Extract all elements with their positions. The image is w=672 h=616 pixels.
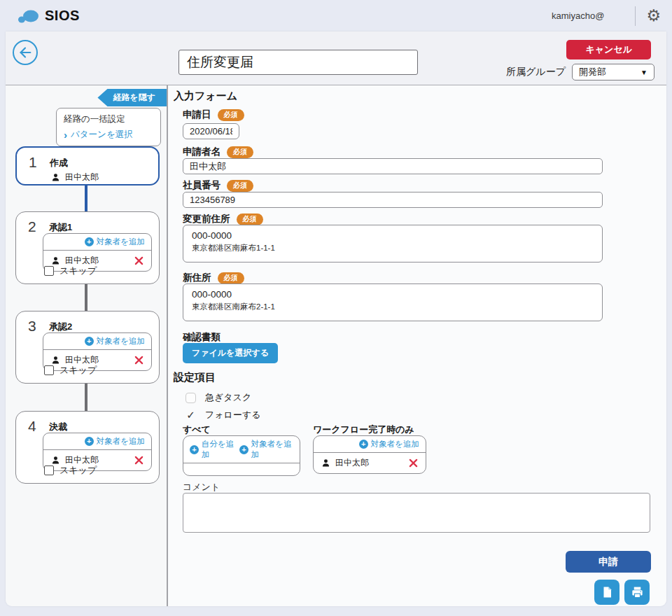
chevron-right-icon: › xyxy=(64,130,67,140)
follow-checkbox-checked[interactable]: ✓ xyxy=(186,409,196,421)
old-address-input[interactable]: 000-0000 東京都港区南麻布1-1-1 xyxy=(183,225,603,262)
follow-label: フォローする xyxy=(205,409,261,421)
step-label: 決裁 xyxy=(49,421,67,433)
sios-logo: SIOS xyxy=(18,8,80,24)
date-field-label-row: 申請日 必須 xyxy=(183,108,244,121)
employee-no-field-label: 社員番号 xyxy=(183,179,220,192)
top-bar: SIOS kamiyacho@ ⚙ xyxy=(0,0,672,31)
add-target-link[interactable]: + 対象者を追加 xyxy=(85,436,145,447)
documents-field-label: 確認書類 xyxy=(183,331,220,344)
group-select[interactable]: 開発部 ▼ xyxy=(572,64,654,80)
skip-checkbox[interactable] xyxy=(44,266,54,276)
comment-textarea[interactable] xyxy=(183,493,650,533)
required-badge: 必須 xyxy=(218,272,244,284)
new-address-text: 東京都港区南麻布2-1-1 xyxy=(192,302,594,312)
step-member: 田中太郎 xyxy=(51,172,99,183)
person-icon xyxy=(51,173,60,182)
gear-icon[interactable]: ⚙ xyxy=(646,8,661,24)
plus-circle-icon: + xyxy=(85,237,94,246)
comment-label: コメント xyxy=(183,481,220,493)
employee-no-field-label-row: 社員番号 必須 xyxy=(183,179,253,192)
route-step-2[interactable]: 2 承認1 + 対象者を追加 田中太郎 xyxy=(15,211,160,284)
follow-row: ✓ フォローする xyxy=(186,409,261,421)
skip-checkbox[interactable] xyxy=(44,465,54,475)
skip-checkbox[interactable] xyxy=(44,365,54,375)
add-target-link[interactable]: + 対象者を追加 xyxy=(85,237,145,247)
route-connector xyxy=(85,384,88,411)
remove-member-icon[interactable] xyxy=(134,256,144,265)
date-field-label: 申請日 xyxy=(183,108,211,121)
remove-member-icon[interactable] xyxy=(134,356,144,365)
group-select-value: 開発部 xyxy=(579,66,606,78)
print-button[interactable] xyxy=(624,580,650,605)
document-button[interactable] xyxy=(594,580,620,605)
remove-member-icon[interactable] xyxy=(134,456,144,465)
plus-circle-icon: + xyxy=(85,437,94,446)
applicant-name-input[interactable] xyxy=(183,158,603,174)
required-badge: 必須 xyxy=(227,180,253,192)
required-badge: 必須 xyxy=(218,109,244,121)
notify-all-label: すべて xyxy=(183,424,211,436)
form-header: キャンセル 所属グループ 開発部 ▼ xyxy=(6,31,666,85)
new-address-postal: 000-0000 xyxy=(192,289,594,300)
back-button[interactable] xyxy=(13,40,38,65)
brand-text: SIOS xyxy=(45,8,80,24)
urgent-task-checkbox[interactable] xyxy=(186,393,196,403)
user-account-label: kamiyacho@ xyxy=(552,10,604,21)
required-badge: 必須 xyxy=(227,146,253,158)
plus-circle-icon: + xyxy=(85,337,94,346)
employee-number-input[interactable] xyxy=(183,192,603,208)
add-target-link[interactable]: + 対象者を追加 xyxy=(239,439,293,460)
select-pattern-link[interactable]: › パターンを選択 xyxy=(64,129,153,141)
old-address-postal: 000-0000 xyxy=(192,230,594,241)
required-badge: 必須 xyxy=(237,214,263,225)
topbar-divider xyxy=(635,6,636,26)
printer-icon xyxy=(631,586,644,599)
person-icon xyxy=(321,458,330,468)
step-label: 承認2 xyxy=(49,321,72,333)
add-target-link[interactable]: + 対象者を追加 xyxy=(359,439,419,449)
date-input[interactable] xyxy=(183,123,239,139)
member-row: 田中太郎 xyxy=(314,453,426,473)
submit-button[interactable]: 申請 xyxy=(566,551,651,573)
step-number: 3 xyxy=(28,318,36,335)
settings-section-title: 設定項目 xyxy=(174,371,216,384)
workflow-done-box: + 対象者を追加 田中太郎 xyxy=(313,435,426,474)
add-target-link[interactable]: + 対象者を追加 xyxy=(85,336,145,346)
new-address-input[interactable]: 000-0000 東京都港区南麻布2-1-1 xyxy=(183,284,603,321)
batch-settings-title: 経路の一括設定 xyxy=(64,113,153,125)
plus-circle-icon: + xyxy=(359,440,368,449)
new-address-field-label: 新住所 xyxy=(183,272,211,284)
document-title-input[interactable] xyxy=(178,50,418,75)
step-number: 1 xyxy=(29,154,37,171)
select-file-button[interactable]: ファイルを選択する xyxy=(183,343,278,363)
new-address-field-label-row: 新住所 必須 xyxy=(183,272,244,284)
skip-row: スキップ xyxy=(44,265,97,277)
urgent-task-label: 急ぎタスク xyxy=(205,391,251,404)
step-number: 4 xyxy=(28,418,36,435)
cancel-button[interactable]: キャンセル xyxy=(566,40,651,59)
hide-route-button[interactable]: 経路を隠す xyxy=(97,89,167,106)
group-label: 所属グループ xyxy=(506,66,566,78)
old-address-field-label: 変更前住所 xyxy=(183,213,230,225)
group-selector-row: 所属グループ 開発部 ▼ xyxy=(506,64,654,80)
urgent-task-row: 急ぎタスク xyxy=(186,391,251,404)
notify-all-empty-row xyxy=(183,463,300,475)
route-batch-settings-box: 経路の一括設定 › パターンを選択 xyxy=(56,108,161,146)
add-self-link[interactable]: + 自分を追加 xyxy=(190,439,237,460)
route-step-3[interactable]: 3 承認2 + 対象者を追加 田中太郎 xyxy=(15,311,160,384)
plus-circle-icon: + xyxy=(190,445,199,454)
route-sidebar: 経路を隠す 経路の一括設定 › パターンを選択 1 作成 田中太郎 xyxy=(6,85,168,606)
document-icon xyxy=(601,586,613,598)
step-label: 承認1 xyxy=(49,221,72,234)
remove-member-icon[interactable] xyxy=(409,458,418,468)
route-step-4[interactable]: 4 決裁 + 対象者を追加 田中太郎 xyxy=(15,411,160,484)
plus-circle-icon: + xyxy=(239,445,248,454)
route-step-1[interactable]: 1 作成 田中太郎 xyxy=(15,146,160,186)
applicant-field-label: 申請者名 xyxy=(183,146,220,158)
workflow-card: キャンセル 所属グループ 開発部 ▼ 経路を隠す 経路の一括設定 › パターンを… xyxy=(6,31,666,606)
old-address-text: 東京都港区南麻布1-1-1 xyxy=(192,243,594,253)
skip-row: スキップ xyxy=(44,364,97,377)
route-connector xyxy=(85,186,88,211)
form-section-title: 入力フォーム xyxy=(174,90,237,103)
